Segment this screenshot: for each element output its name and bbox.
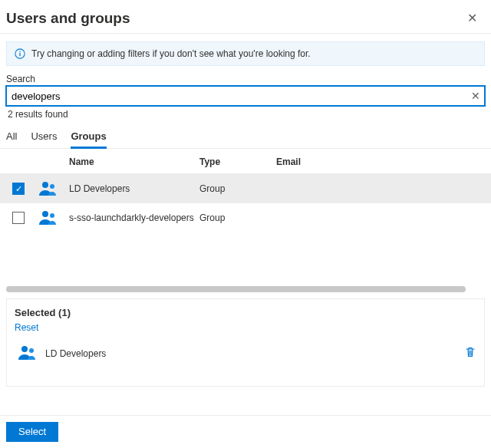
divider bbox=[0, 33, 491, 34]
search-label: Search bbox=[6, 74, 485, 84]
table-header: Name Type Email bbox=[0, 149, 491, 174]
group-icon bbox=[18, 344, 38, 363]
info-banner: Try changing or adding filters if you do… bbox=[6, 41, 485, 66]
checkbox[interactable] bbox=[12, 212, 25, 224]
svg-point-3 bbox=[42, 182, 48, 188]
info-icon bbox=[15, 48, 25, 59]
selected-title: Selected (1) bbox=[15, 307, 476, 318]
cell-name: s-sso-launchdarkly-developers bbox=[69, 212, 199, 223]
selected-item-name: LD Developers bbox=[45, 348, 106, 359]
svg-point-6 bbox=[50, 213, 54, 218]
group-icon bbox=[38, 180, 69, 199]
scrollbar[interactable] bbox=[6, 286, 485, 292]
cell-type: Group bbox=[199, 183, 276, 194]
results-count: 2 results found bbox=[8, 109, 483, 120]
search-input[interactable] bbox=[6, 86, 485, 106]
table-row[interactable]: ✓ LD Developers Group bbox=[0, 174, 491, 203]
tab-groups[interactable]: Groups bbox=[71, 126, 106, 149]
select-button[interactable]: Select bbox=[6, 422, 58, 442]
col-type: Type bbox=[199, 156, 276, 167]
col-name: Name bbox=[69, 156, 199, 167]
table-row[interactable]: s-sso-launchdarkly-developers Group bbox=[0, 203, 491, 232]
svg-rect-2 bbox=[19, 51, 20, 52]
svg-point-5 bbox=[42, 211, 48, 217]
scrollbar-thumb[interactable] bbox=[6, 286, 466, 292]
tab-users[interactable]: Users bbox=[31, 126, 57, 149]
reset-link[interactable]: Reset bbox=[15, 322, 38, 333]
selected-item: LD Developers bbox=[15, 344, 476, 363]
page-title: Users and groups bbox=[6, 10, 130, 27]
cell-type: Group bbox=[199, 212, 276, 223]
cell-name: LD Developers bbox=[69, 183, 199, 194]
close-icon[interactable]: ✕ bbox=[464, 8, 480, 28]
checkbox[interactable]: ✓ bbox=[12, 183, 25, 195]
col-email: Email bbox=[276, 156, 485, 167]
svg-point-4 bbox=[50, 184, 54, 189]
trash-icon[interactable] bbox=[464, 346, 476, 361]
svg-rect-1 bbox=[19, 53, 20, 56]
group-icon bbox=[38, 209, 69, 228]
clear-icon[interactable]: ✕ bbox=[471, 90, 480, 102]
tab-all[interactable]: All bbox=[6, 126, 17, 149]
svg-point-7 bbox=[21, 346, 28, 352]
svg-point-8 bbox=[29, 348, 34, 353]
info-message: Try changing or adding filters if you do… bbox=[31, 48, 311, 59]
